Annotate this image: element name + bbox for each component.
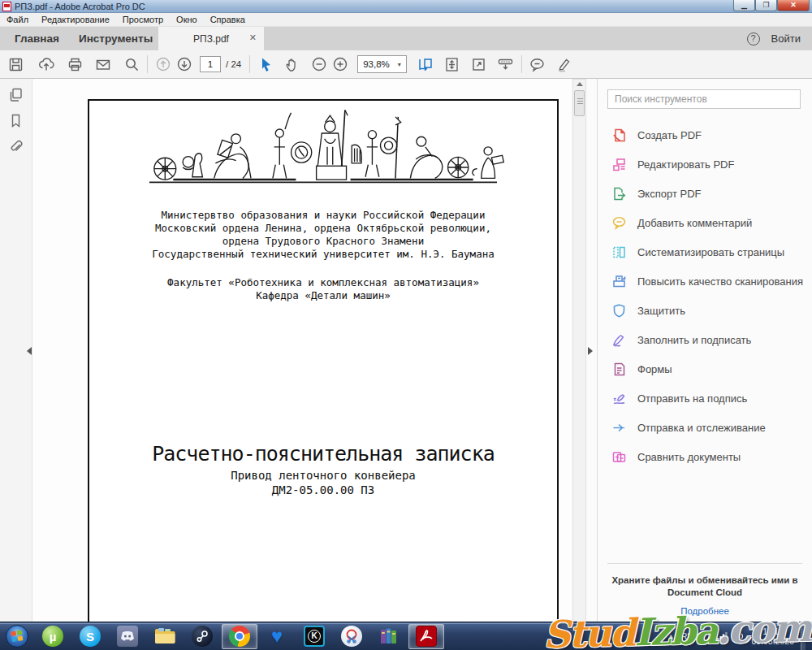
tool-compare-documents[interactable]: Сравнить документы <box>598 442 812 471</box>
network-icon[interactable] <box>717 632 728 641</box>
doc-faculty-line: Факультет «Роботехника и комплексная авт… <box>89 276 557 289</box>
menu-edit[interactable]: Редактирование <box>35 15 116 24</box>
menu-help[interactable]: Справка <box>204 15 252 24</box>
tool-label: Отправить на подпись <box>637 392 747 405</box>
print-icon[interactable] <box>64 54 85 75</box>
doc-header-line: Государственный технический университет … <box>89 248 557 261</box>
skype-icon[interactable]: S <box>72 624 108 649</box>
doc-header-line: ордена Трудового Красного Знамени <box>89 235 557 248</box>
protect-icon <box>611 303 627 318</box>
email-icon[interactable] <box>93 54 114 75</box>
quick-toolbar: / 24 93,8% ▾ <box>0 50 812 79</box>
hand-tool-icon[interactable] <box>281 54 302 75</box>
scroll-up-icon[interactable] <box>577 82 583 86</box>
tool-send-track[interactable]: Отправка и отслеживание <box>598 413 812 442</box>
tool-label: Редактировать PDF <box>637 158 734 171</box>
utorrent-icon[interactable]: µ <box>35 624 71 649</box>
file-explorer-icon[interactable] <box>147 624 183 649</box>
attachments-icon[interactable] <box>6 136 27 157</box>
tool-edit-pdf[interactable]: Редактировать PDF <box>598 150 812 179</box>
chrome-icon[interactable] <box>222 624 257 649</box>
previous-page-icon[interactable] <box>153 54 174 75</box>
tool-label: Отправка и отслеживание <box>637 422 766 434</box>
maximize-button[interactable]: ❐ <box>755 0 777 11</box>
clock-date: 09.03.2020 <box>751 636 794 646</box>
vertical-scrollbar[interactable] <box>572 79 586 622</box>
system-tray[interactable]: ▲ RU 11:11 09.03.2020 <box>667 622 812 650</box>
menu-window[interactable]: Окно <box>170 15 204 24</box>
tool-organize-pages[interactable]: Систематизировать страницы <box>598 237 812 266</box>
discord-icon[interactable] <box>110 624 145 649</box>
tool-label: Заполнить и подписать <box>637 334 751 346</box>
tab-document[interactable]: РПЗ.pdf ✕ <box>158 27 264 50</box>
page-count-label: / 24 <box>226 59 241 69</box>
organize-pages-icon <box>611 245 627 260</box>
save-icon[interactable] <box>5 54 26 75</box>
language-indicator[interactable]: RU <box>681 631 694 641</box>
heart-icon[interactable]: ♥ <box>259 624 295 649</box>
toolbar-strip-icon[interactable] <box>495 54 516 75</box>
window-title: РПЗ.pdf - Adobe Acrobat Pro DC <box>15 2 145 11</box>
next-page-icon[interactable] <box>174 54 195 75</box>
doc-subtitle: Привод ленточного конвейера <box>89 468 557 483</box>
fit-page-icon[interactable] <box>442 54 463 75</box>
pdf-app-icon <box>2 2 11 11</box>
tool-label: Повысить качество сканирования <box>637 275 803 288</box>
doc-faculty-line: Кафедра «Детали машин» <box>89 289 557 302</box>
scrollbar-thumb[interactable] <box>574 90 585 116</box>
doc-title: Расчетно-пояснительная записка <box>89 440 557 468</box>
tool-fill-sign[interactable]: Заполнить и подписать <box>598 325 812 354</box>
tab-home[interactable]: Главная <box>15 27 59 50</box>
show-desktop-button[interactable] <box>801 622 806 650</box>
minimize-button[interactable]: ▁ <box>733 0 755 11</box>
volume-icon[interactable] <box>734 631 745 641</box>
search-icon[interactable] <box>121 54 142 75</box>
snipping-tool-icon[interactable] <box>334 624 369 649</box>
steam-icon[interactable] <box>184 624 220 649</box>
tool-create-pdf[interactable]: Создать PDF <box>598 120 812 150</box>
start-button[interactable] <box>1 624 33 649</box>
action-center-icon[interactable] <box>700 631 710 642</box>
page-number-input[interactable] <box>200 56 221 72</box>
tool-protect[interactable]: Защитить <box>598 296 812 325</box>
tool-add-comment[interactable]: Добавить комментарий <box>598 208 812 237</box>
kmplayer-icon[interactable]: K <box>296 624 332 649</box>
zoom-out-icon[interactable] <box>309 54 330 75</box>
tool-forms[interactable]: Формы <box>598 354 812 384</box>
menu-view[interactable]: Просмотр <box>116 15 170 24</box>
document-viewport[interactable]: Министервтво образования и науки Российс… <box>33 79 571 622</box>
highlight-icon[interactable] <box>554 54 575 75</box>
windows-start-icon <box>6 625 28 648</box>
tools-search-input[interactable] <box>607 89 801 109</box>
tab-close-icon[interactable]: ✕ <box>249 32 257 43</box>
zoom-level-dropdown[interactable]: 93,8% ▾ <box>357 55 407 73</box>
zoom-caret-icon: ▾ <box>398 61 401 68</box>
winrar-icon[interactable] <box>371 624 407 649</box>
tool-export-pdf[interactable]: Экспорт PDF <box>598 179 812 208</box>
tab-tools[interactable]: Инструменты <box>79 27 153 50</box>
fit-width-icon[interactable] <box>415 54 436 75</box>
fullscreen-icon[interactable] <box>469 54 490 75</box>
expand-right-panel-icon[interactable] <box>588 347 593 355</box>
zoom-in-icon[interactable] <box>330 54 351 75</box>
panel-divider <box>607 563 802 564</box>
learn-more-link[interactable]: Подробнее <box>680 606 729 616</box>
acrobat-icon[interactable] <box>408 624 444 649</box>
page-thumbnails-icon[interactable] <box>6 84 27 105</box>
sign-in-button[interactable]: Войти <box>771 32 801 45</box>
bookmarks-icon[interactable] <box>6 110 27 131</box>
tool-send-for-signature[interactable]: Отправить на подпись <box>598 384 812 413</box>
comment-icon[interactable] <box>527 54 548 75</box>
menu-file[interactable]: Файл <box>0 15 35 24</box>
tool-enhance-scans[interactable]: Повысить качество сканирования <box>598 266 812 296</box>
clock[interactable]: 11:11 09.03.2020 <box>751 626 794 646</box>
fill-sign-icon <box>611 332 627 348</box>
collapse-left-panel-icon[interactable] <box>27 347 32 355</box>
select-tool-icon[interactable] <box>255 54 276 75</box>
tool-label: Экспорт PDF <box>637 188 701 200</box>
hidden-icons-icon[interactable]: ▲ <box>667 632 675 640</box>
help-icon[interactable]: ? <box>747 32 760 46</box>
close-button[interactable]: ✕ <box>777 0 810 11</box>
share-cloud-icon[interactable] <box>36 54 57 75</box>
tool-label: Сравнить документы <box>637 451 741 463</box>
